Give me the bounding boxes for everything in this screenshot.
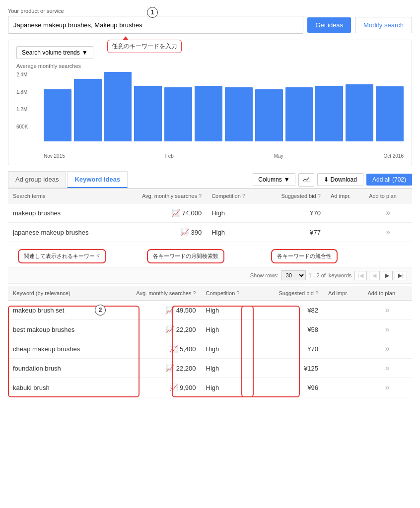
addtoplan-2[interactable]: » (364, 223, 412, 242)
search-input[interactable] (8, 16, 303, 34)
annotation-row: 関連して表示されるキーワード 各キーワードの月間検索数 各キーワードの競合性 S… (8, 244, 412, 284)
kw-adimpr-1 (323, 301, 362, 320)
chart-icon-button[interactable] (298, 173, 314, 187)
modify-search-button[interactable]: Modify search (355, 17, 412, 33)
pagination-next[interactable]: ▶ (382, 271, 393, 280)
kw-bid-help[interactable]: ? (315, 290, 318, 296)
dropdown-label: Search volume trends (22, 49, 80, 56)
kw-avg-3: 📈 5,400 (109, 339, 201, 359)
kw-addtoplan-5[interactable]: » (362, 378, 412, 397)
annotation-circle-2: 2 (95, 305, 106, 316)
keywords-count: keywords (329, 272, 351, 278)
kw-trend-1[interactable]: 📈 (166, 306, 174, 314)
comp-1: High (207, 203, 262, 223)
download-button[interactable]: ⬇ Download (317, 173, 363, 186)
bar-3 (104, 72, 132, 141)
chart-avg-label: Average monthly searches (16, 63, 404, 69)
kw-addtoplan-4[interactable]: » (362, 359, 412, 378)
adimpr-1 (326, 203, 364, 223)
kw-4: foundation brush (8, 359, 109, 378)
kw-trend-2[interactable]: 📈 (166, 325, 174, 333)
bar-5 (164, 87, 192, 141)
chart-bars (44, 72, 404, 141)
search-term-row-1: makeup brushes 📈 74,000 High ¥70 » (8, 203, 412, 223)
kw-avg-help[interactable]: ? (193, 290, 196, 296)
col-header-avg: Avg. monthly searches ? (118, 189, 207, 203)
kw-trend-4[interactable]: 📈 (166, 364, 174, 372)
kw-5: kabuki brush (8, 378, 109, 397)
kw-col-competition: Competition ? (201, 286, 259, 301)
col-header-bid: Suggested bid ? (263, 189, 326, 203)
chart-section: Search volume trends ▼ Average monthly s… (8, 40, 412, 165)
columns-button[interactable]: Columns ▼ (253, 173, 295, 186)
bar-4 (134, 86, 162, 141)
bar-10 (315, 86, 343, 141)
col-header-term: Search terms (8, 189, 118, 203)
addtoplan-1[interactable]: » (364, 203, 412, 223)
kw-addtoplan-2[interactable]: » (362, 320, 412, 339)
show-rows-select[interactable]: 30 50 100 (281, 270, 306, 280)
bar-12 (376, 86, 404, 141)
bar-8 (255, 89, 283, 141)
pagination-last[interactable]: ▶| (395, 271, 407, 280)
tab-keyword[interactable]: Keyword ideas (67, 171, 128, 188)
kw-1: makeup brush set (8, 301, 109, 320)
kw-adimpr-2 (323, 320, 362, 339)
kw-avg-4: 📈 22,200 (109, 359, 201, 378)
kw-row-1: makeup brush set 📈 49,500 High ¥82 » (8, 301, 412, 320)
show-rows-label: Show rows: (250, 272, 279, 278)
avg-1: 📈 74,000 (118, 203, 207, 223)
kw-avg-1: 📈 49,500 (109, 301, 201, 320)
bid-2: ¥77 (263, 223, 326, 242)
kw-comp-2: High (201, 320, 259, 339)
kw-row-4: foundation brush 📈 22,200 High ¥125 » (8, 359, 412, 378)
chart-y-axis: 2.4M 1.8M 1.2M 600K (16, 72, 41, 141)
kw-comp-1: High (201, 301, 259, 320)
col-header-addtoplan: Add to plan (364, 189, 412, 203)
download-icon: ⬇ (324, 176, 329, 183)
kw-col-keyword: Keyword (by relevance) (8, 286, 109, 301)
pagination-first[interactable]: |◀ (354, 271, 367, 280)
avg-help-icon[interactable]: ? (199, 193, 202, 199)
kw-bid-2: ¥58 (258, 320, 323, 339)
search-volume-dropdown[interactable]: Search volume trends ▼ (16, 46, 93, 59)
toolbar-right: Columns ▼ ⬇ Download Add all (702) (253, 173, 412, 187)
term-1: makeup brushes (8, 203, 118, 223)
trend-icon-2[interactable]: 📈 (181, 228, 189, 236)
add-all-button[interactable]: Add all (702) (366, 174, 412, 186)
search-terms-section: Search terms Avg. monthly searches ? Com… (8, 189, 412, 242)
kw-addtoplan-3[interactable]: » (362, 339, 412, 359)
bid-help-icon[interactable]: ? (318, 193, 321, 199)
annotation-keyword-balloon: 任意のキーワードを入力 (107, 40, 182, 53)
bid-1: ¥70 (263, 203, 326, 223)
kw-addtoplan-1[interactable]: » (362, 301, 412, 320)
keyword-ideas-table: Keyword (by relevance) Avg. monthly sear… (8, 286, 412, 397)
trend-chart-icon (303, 176, 310, 182)
balloon-keywords: 関連して表示されるキーワード (18, 249, 106, 263)
kw-row-5: kabuki brush 📈 9,900 High ¥96 » (8, 378, 412, 397)
balloon-competition: 各キーワードの競合性 (271, 249, 338, 263)
tabs: Ad group ideas Keyword ideas (8, 171, 129, 188)
rows-range: 1 - 2 of (309, 272, 326, 278)
kw-adimpr-4 (323, 359, 362, 378)
kw-comp-help[interactable]: ? (236, 290, 239, 296)
tabs-toolbar: Ad group ideas Keyword ideas Columns ▼ ⬇… (8, 171, 412, 189)
kw-bid-3: ¥70 (258, 339, 323, 359)
pagination-prev[interactable]: ◀ (369, 271, 380, 280)
kw-row-2: best makeup brushes 📈 22,200 High ¥58 » (8, 320, 412, 339)
kw-col-addtoplan: Add to plan (362, 286, 412, 301)
search-term-row-2: japanese makeup brushes 📈 390 High ¥77 » (8, 223, 412, 242)
comp-help-icon[interactable]: ? (242, 193, 245, 199)
kw-trend-5[interactable]: 📈 (169, 383, 178, 391)
kw-comp-4: High (201, 359, 259, 378)
trend-icon-1[interactable]: 📈 (172, 209, 180, 217)
get-ideas-button[interactable]: Get ideas (307, 17, 351, 33)
annotation-circle-1: 1 (147, 7, 158, 18)
bar-11 (346, 84, 373, 141)
tab-adgroup[interactable]: Ad group ideas (8, 171, 66, 188)
dropdown-arrow-icon: ▼ (82, 49, 88, 56)
kw-adimpr-3 (323, 339, 362, 359)
download-label: Download (331, 176, 357, 183)
kw-trend-3[interactable]: 📈 (169, 345, 178, 353)
kw-3: cheap makeup brushes (8, 339, 109, 359)
